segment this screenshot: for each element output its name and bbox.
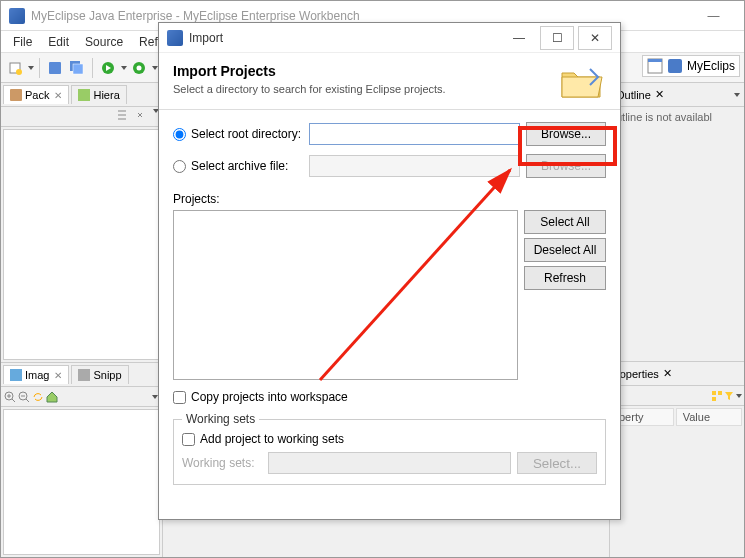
myeclipse-perspective-icon xyxy=(667,58,683,74)
tab-label: Imag xyxy=(25,369,49,381)
package-icon xyxy=(10,89,22,101)
working-sets-combo xyxy=(268,452,511,474)
minimize-button[interactable]: — xyxy=(691,2,736,30)
working-sets-label: Working sets: xyxy=(182,456,262,470)
browse-archive-button: Browse... xyxy=(526,154,606,178)
perspective-label: MyEclips xyxy=(687,59,735,73)
archive-file-radio-label[interactable]: Select archive file: xyxy=(173,159,303,173)
dialog-minimize-button[interactable]: — xyxy=(502,26,536,50)
menu-edit[interactable]: Edit xyxy=(40,32,77,52)
perspective-switcher[interactable]: MyEclips xyxy=(642,55,740,77)
dialog-titlebar: Import — ☐ ✕ xyxy=(159,23,620,53)
root-directory-radio-label[interactable]: Select root directory: xyxy=(173,127,303,141)
root-directory-text: Select root directory: xyxy=(191,127,301,141)
archive-file-radio[interactable] xyxy=(173,160,186,173)
window-title: MyEclipse Java Enterprise - MyEclipse En… xyxy=(31,9,691,23)
svg-rect-17 xyxy=(78,89,90,101)
svg-rect-4 xyxy=(73,64,83,74)
svg-rect-15 xyxy=(668,59,682,73)
root-directory-input[interactable] xyxy=(309,123,520,145)
dialog-heading: Import Projects xyxy=(173,63,558,79)
browse-root-button[interactable]: Browse... xyxy=(526,122,606,146)
projects-label: Projects: xyxy=(173,192,606,206)
package-explorer-tabs: Pack ✕ Hiera xyxy=(1,83,163,107)
svg-point-1 xyxy=(16,69,22,75)
collapse-button[interactable] xyxy=(116,109,132,125)
dialog-maximize-button[interactable]: ☐ xyxy=(540,26,574,50)
svg-rect-14 xyxy=(648,59,662,62)
menu-source[interactable]: Source xyxy=(77,32,131,52)
dialog-icon xyxy=(167,30,183,46)
tab-label: Pack xyxy=(25,89,49,101)
zoom-in-button[interactable] xyxy=(3,390,17,404)
categories-button[interactable] xyxy=(711,390,723,402)
save-button[interactable] xyxy=(45,58,65,78)
svg-rect-29 xyxy=(712,397,716,401)
copy-projects-checkbox[interactable] xyxy=(173,391,186,404)
package-explorer-tab[interactable]: Pack ✕ xyxy=(3,85,69,104)
hierarchy-tab[interactable]: Hiera xyxy=(71,85,126,104)
add-to-working-sets-label: Add project to working sets xyxy=(200,432,344,446)
root-directory-row: Select root directory: Browse... xyxy=(173,122,606,146)
tab-label: Hiera xyxy=(93,89,119,101)
deselect-all-button[interactable]: Deselect All xyxy=(524,238,606,262)
run-button[interactable] xyxy=(98,58,118,78)
add-to-working-sets-row[interactable]: Add project to working sets xyxy=(182,432,597,446)
snippets-tab[interactable]: Snipp xyxy=(71,365,128,384)
add-to-working-sets-checkbox[interactable] xyxy=(182,433,195,446)
app-icon xyxy=(9,8,25,24)
image-tab[interactable]: Imag ✕ xyxy=(3,365,69,384)
image-icon xyxy=(10,369,22,381)
dropdown-icon[interactable] xyxy=(121,66,127,70)
archive-file-row: Select archive file: Browse... xyxy=(173,154,606,178)
archive-file-input xyxy=(309,155,520,177)
refresh-button[interactable] xyxy=(31,390,45,404)
import-folder-icon xyxy=(558,63,606,103)
svg-rect-16 xyxy=(10,89,22,101)
copy-projects-row[interactable]: Copy projects into workspace xyxy=(173,390,606,404)
zoom-out-button[interactable] xyxy=(17,390,31,404)
close-icon[interactable]: ✕ xyxy=(54,90,62,101)
close-icon[interactable]: ✕ xyxy=(54,370,62,381)
image-view-body[interactable] xyxy=(3,409,160,555)
svg-rect-18 xyxy=(10,369,22,381)
root-directory-radio[interactable] xyxy=(173,128,186,141)
save-all-button[interactable] xyxy=(67,58,87,78)
working-sets-group: Working sets Add project to working sets… xyxy=(173,412,606,485)
package-explorer-body[interactable] xyxy=(3,129,161,360)
image-view-tabs: Imag ✕ Snipp xyxy=(1,363,162,387)
debug-button[interactable] xyxy=(129,58,149,78)
svg-rect-27 xyxy=(712,391,716,395)
tab-label: Snipp xyxy=(93,369,121,381)
close-icon[interactable]: ✕ xyxy=(663,367,672,380)
property-col-header[interactable]: perty xyxy=(612,408,674,426)
select-all-button[interactable]: Select All xyxy=(524,210,606,234)
dialog-subtitle: Select a directory to search for existin… xyxy=(173,83,558,95)
dropdown-icon[interactable] xyxy=(28,66,34,70)
value-col-header[interactable]: Value xyxy=(676,408,742,426)
working-sets-select-button: Select... xyxy=(517,452,597,474)
menu-file[interactable]: File xyxy=(5,32,40,52)
refresh-button[interactable]: Refresh xyxy=(524,266,606,290)
new-button[interactable] xyxy=(5,58,25,78)
svg-rect-2 xyxy=(49,62,61,74)
dialog-close-button[interactable]: ✕ xyxy=(578,26,612,50)
close-icon[interactable]: ✕ xyxy=(655,88,664,101)
menu-icon[interactable] xyxy=(734,93,740,97)
working-sets-legend: Working sets xyxy=(182,412,259,426)
outline-tabs: Outline ✕ xyxy=(610,83,744,107)
menu-icon[interactable] xyxy=(736,394,742,398)
svg-line-25 xyxy=(26,399,29,402)
outline-empty-message: utline is not availabl xyxy=(610,107,744,127)
window-controls: — xyxy=(691,2,736,30)
svg-rect-28 xyxy=(718,391,722,395)
home-button[interactable] xyxy=(45,390,59,404)
projects-list[interactable] xyxy=(173,210,518,380)
projects-buttons: Select All Deselect All Refresh xyxy=(524,210,606,380)
snippets-icon xyxy=(78,369,90,381)
link-button[interactable] xyxy=(134,109,150,125)
svg-point-8 xyxy=(137,65,142,70)
filter-button[interactable] xyxy=(723,390,735,402)
properties-tabs: roperties ✕ xyxy=(610,362,744,386)
working-sets-select-row: Working sets: Select... xyxy=(182,452,597,474)
